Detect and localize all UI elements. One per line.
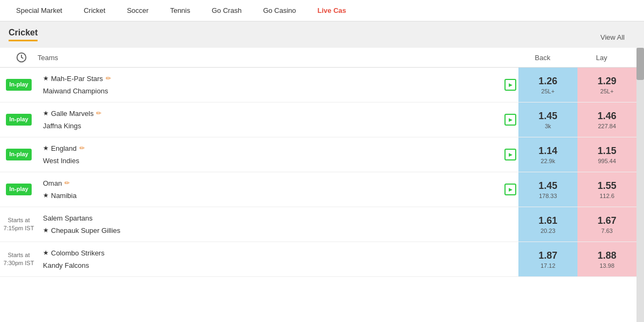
team2-name: West Indies [43, 155, 79, 167]
team2-name: Namibia [51, 189, 77, 202]
team1-row: ★Galle Marvels✏ [43, 107, 497, 120]
video-button[interactable] [504, 149, 516, 160]
top-navigation: Special Market Cricket Soccer Tennis Go … [0, 0, 644, 21]
teams-column: ★England✏West Indies [38, 138, 502, 172]
pencil-icon: ✏ [106, 73, 111, 85]
scroll-thumb[interactable] [636, 48, 644, 80]
back-odds-value: 1.45 [538, 111, 557, 122]
pencil-icon: ✏ [64, 178, 70, 189]
lay-odds-value: 1.29 [597, 76, 616, 87]
scrollbar[interactable] [636, 48, 644, 322]
team1-name: Oman [43, 177, 62, 189]
star-icon: ★ [43, 247, 49, 259]
inplay-badge: In-play [6, 114, 31, 125]
team2-name: Kandy Falcons [43, 259, 89, 272]
lay-odds-value: 1.88 [597, 250, 616, 261]
back-odds-sub: 17.12 [540, 262, 555, 269]
back-odds-value: 1.45 [538, 180, 557, 192]
nav-go-crash[interactable]: Go Crash [201, 0, 252, 21]
nav-tennis[interactable]: Tennis [159, 0, 201, 21]
match-status: In-play [0, 79, 38, 90]
team1-row: ★Colombo Strikers [43, 247, 497, 259]
team2-name: Chepauk Super Gillies [51, 224, 120, 237]
pencil-icon: ✏ [79, 143, 85, 155]
teams-column: ★Colombo StrikersKandy Falcons [38, 243, 502, 276]
nav-soccer[interactable]: Soccer [116, 0, 159, 21]
teams-col-header: Teams [38, 54, 513, 62]
teams-column: Salem Spartans★Chepauk Super Gillies [38, 208, 502, 241]
back-odds-value: 1.26 [538, 76, 557, 87]
section-title: Cricket [9, 28, 38, 41]
team2-row: West Indies [43, 155, 497, 167]
lay-odds[interactable]: 1.2925L+ [577, 68, 636, 102]
match-row: In-play★Galle Marvels✏Jaffna Kings1.453k… [0, 103, 644, 137]
team2-row: ★Namibia [43, 189, 497, 202]
matches-table: Teams Back Lay In-play★Mah-E-Par Stars✏M… [0, 48, 644, 322]
starts-at-label: Starts at7:15pm IST [4, 216, 34, 233]
back-odds[interactable]: 1.453k [518, 103, 577, 137]
section-header: Cricket View All [0, 21, 644, 43]
team1-name: Galle Marvels [51, 107, 93, 120]
match-row: In-playOman✏★Namibia1.45178.331.55112.6 [0, 172, 644, 207]
lay-odds[interactable]: 1.677.63 [577, 207, 636, 241]
lay-odds-sub: 25L+ [601, 88, 614, 94]
lay-odds-value: 1.15 [597, 145, 616, 157]
lay-odds-sub: 112.6 [599, 193, 614, 199]
back-odds-sub: 3k [545, 123, 551, 129]
team2-name: Jaffna Kings [43, 120, 81, 132]
back-odds[interactable]: 1.8717.12 [518, 242, 577, 276]
inplay-badge: In-play [6, 149, 31, 160]
match-status: Starts at7:30pm IST [0, 251, 38, 268]
back-odds-value: 1.87 [538, 250, 557, 261]
star-icon: ★ [43, 225, 49, 237]
team1-row: Oman✏ [43, 177, 497, 189]
back-odds-sub: 25L+ [541, 88, 555, 94]
back-odds[interactable]: 1.2625L+ [518, 68, 577, 102]
back-odds[interactable]: 1.1422.9k [518, 137, 577, 172]
team1-row: ★England✏ [43, 142, 497, 155]
lay-odds[interactable]: 1.15995.44 [577, 137, 636, 172]
back-odds-sub: 20.23 [540, 228, 555, 234]
team1-name: Colombo Strikers [51, 247, 105, 259]
lay-odds[interactable]: 1.8813.98 [577, 242, 636, 276]
lay-odds-value: 1.46 [597, 111, 616, 122]
match-row: In-play★England✏West Indies1.1422.9k1.15… [0, 137, 644, 172]
nav-cricket[interactable]: Cricket [73, 0, 116, 21]
star-icon: ★ [43, 73, 49, 85]
nav-live-casino[interactable]: Live Cas [307, 0, 357, 21]
teams-column: ★Mah-E-Par Stars✏Maiwand Champions [38, 68, 502, 102]
match-row: Starts at7:15pm ISTSalem Spartans★Chepau… [0, 207, 644, 242]
lay-odds-sub: 995.44 [598, 158, 616, 164]
back-odds-sub: 178.33 [539, 193, 557, 199]
back-odds-value: 1.61 [538, 215, 557, 226]
back-odds-sub: 22.9k [541, 158, 555, 164]
lay-odds-value: 1.55 [597, 180, 616, 192]
lay-odds-sub: 7.63 [601, 228, 612, 234]
match-status: In-play [0, 114, 38, 125]
video-icon-col [502, 149, 518, 160]
lay-odds-value: 1.67 [597, 215, 616, 226]
starts-at-label: Starts at7:30pm IST [4, 251, 34, 268]
inplay-badge: In-play [6, 79, 31, 90]
video-button[interactable] [504, 79, 516, 91]
nav-go-casino[interactable]: Go Casino [252, 0, 306, 21]
back-odds[interactable]: 1.6120.23 [518, 207, 577, 241]
star-icon: ★ [43, 190, 49, 202]
lay-odds-sub: 13.98 [599, 262, 614, 269]
clock-icon-header [5, 52, 38, 63]
video-button[interactable] [504, 184, 516, 195]
back-odds[interactable]: 1.45178.33 [518, 172, 577, 207]
matches-list: In-play★Mah-E-Par Stars✏Maiwand Champion… [0, 68, 644, 277]
lay-odds[interactable]: 1.55112.6 [577, 172, 636, 207]
lay-odds[interactable]: 1.46227.84 [577, 103, 636, 137]
video-button[interactable] [504, 114, 516, 126]
team1-name: Mah-E-Par Stars [51, 72, 103, 85]
star-icon: ★ [43, 108, 49, 120]
back-col-header: Back [513, 54, 572, 62]
main-content: Cricket View All Teams Back Lay In-play★… [0, 21, 644, 322]
teams-column: ★Galle Marvels✏Jaffna Kings [38, 103, 502, 137]
view-all-link[interactable]: View All [601, 33, 625, 41]
nav-special-market[interactable]: Special Market [5, 0, 73, 21]
video-icon-col [502, 114, 518, 126]
lay-col-header: Lay [572, 54, 631, 62]
